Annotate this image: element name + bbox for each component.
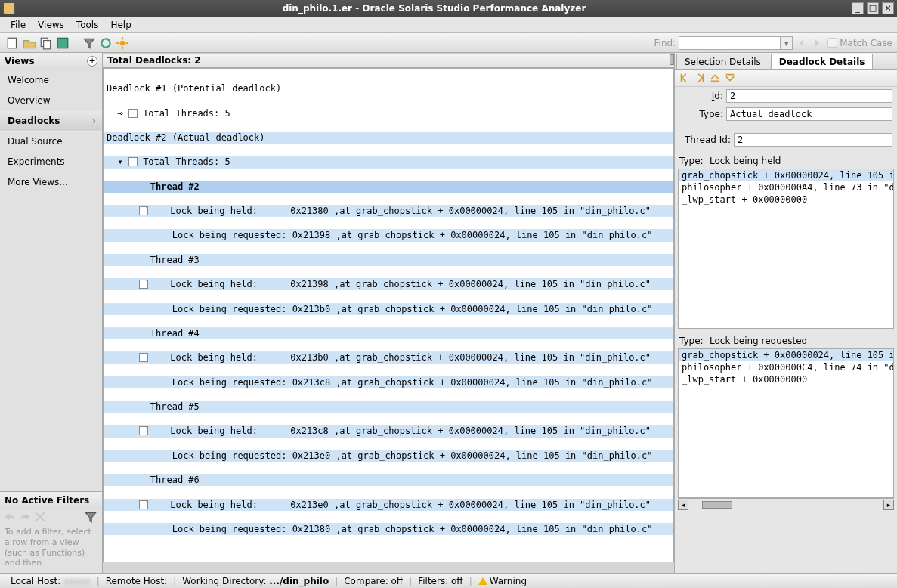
- deadlock-2-threads[interactable]: ▾ Total Threads: 5: [104, 156, 673, 168]
- sidebar-item-deadlocks[interactable]: Deadlocks: [0, 111, 102, 132]
- status-compare: Compare: off: [338, 576, 409, 586]
- held-type-value: Lock being held: [710, 156, 781, 166]
- sidebar-item-overview[interactable]: Overview: [0, 91, 102, 111]
- deadlock-2-title[interactable]: Deadlock #2 (Actual deadlock): [104, 132, 673, 144]
- deadlock-1-threads[interactable]: ⊸ Total Threads: 5: [104, 107, 673, 119]
- type-label: Type:: [679, 109, 726, 119]
- id-value: 2: [726, 89, 892, 103]
- find-dropdown-button[interactable]: ▾: [781, 36, 793, 50]
- stack-row[interactable]: _lwp_start + 0x00000000: [679, 373, 893, 385]
- find-prev-icon[interactable]: [796, 37, 808, 49]
- tree-row[interactable]: Lock being requested: 0x213b0 ,at grab_c…: [104, 303, 673, 315]
- status-warning[interactable]: Warning: [472, 576, 533, 586]
- nav-down-icon[interactable]: [725, 73, 735, 83]
- window-titlebar: din_philo.1.er - Oracle Solaris Studio P…: [0, 0, 897, 17]
- match-case-checkbox[interactable]: Match Case: [827, 38, 892, 48]
- tree-thread-4[interactable]: Thread #4: [104, 327, 673, 339]
- filter-icon[interactable]: [82, 36, 96, 50]
- tree-thread-6[interactable]: Thread #6: [104, 474, 673, 486]
- nav-prev-icon[interactable]: [679, 73, 690, 83]
- thread-id-value: 2: [734, 133, 892, 147]
- menu-file[interactable]: File: [5, 18, 32, 32]
- tree-row[interactable]: Lock being requested: 0x21380 ,at grab_c…: [104, 523, 673, 535]
- find-next-icon[interactable]: [811, 37, 823, 49]
- find-label: Find:: [654, 38, 679, 48]
- stack-row[interactable]: grab_chopstick + 0x00000024, line 105 in: [679, 169, 893, 181]
- req-stack-list[interactable]: grab_chopstick + 0x00000024, line 105 in…: [678, 348, 894, 498]
- maximize-button[interactable]: □: [867, 2, 879, 14]
- undo-icon: [3, 510, 17, 524]
- req-type-value: Lock being requested: [710, 336, 807, 346]
- tab-deadlock-details[interactable]: Deadlock Details: [771, 54, 874, 69]
- svg-rect-3: [57, 38, 68, 48]
- stack-row[interactable]: philosopher + 0x000000A4, line 73 in "di: [679, 181, 893, 193]
- minimize-button[interactable]: _: [852, 2, 864, 14]
- status-filters: Filters: off: [412, 576, 469, 586]
- sidebar-item-welcome[interactable]: Welcome: [0, 70, 102, 91]
- filter-funnel-icon[interactable]: [84, 510, 97, 524]
- save-icon[interactable]: [56, 36, 70, 50]
- detail-hscrollbar[interactable]: ◂ ▸: [678, 498, 894, 510]
- views-header: Views +: [0, 53, 102, 70]
- app-icon: [3, 2, 15, 14]
- details-tabs: Selection Details Deadlock Details: [675, 53, 897, 70]
- scroll-right-icon[interactable]: ▸: [883, 500, 894, 510]
- refresh-icon[interactable]: [99, 36, 113, 50]
- tab-selection-details[interactable]: Selection Details: [676, 54, 769, 69]
- menu-tools[interactable]: Tools: [70, 18, 105, 32]
- type-value: Actual deadlock: [726, 107, 892, 121]
- toolbar: Find: ▾ Match Case: [0, 33, 897, 53]
- tree-row[interactable]: Lock being requested: 0x213c8 ,at grab_c…: [104, 376, 673, 388]
- tree-thread-2[interactable]: Thread #2: [104, 181, 673, 193]
- tree-row[interactable]: Lock being held: 0x213e0 ,at grab_chopst…: [104, 499, 673, 511]
- redo-icon: [18, 510, 32, 524]
- nav-up-icon[interactable]: [710, 73, 720, 83]
- no-filters-header: No Active Filters: [0, 491, 102, 509]
- tree-row[interactable]: Lock being held: 0x21398 ,at grab_chopst…: [104, 278, 673, 290]
- tree-row[interactable]: Lock being held: 0x213c8 ,at grab_chopst…: [104, 425, 673, 437]
- status-remote-host: Remote Host:: [100, 576, 173, 586]
- stack-row[interactable]: philosopher + 0x000000C4, line 74 in "di: [679, 361, 893, 373]
- gear-icon[interactable]: [116, 36, 129, 50]
- sidebar-item-more-views[interactable]: More Views...: [0, 172, 102, 193]
- scroll-thumb[interactable]: [702, 501, 732, 509]
- deadlocks-summary-header: Total Deadlocks: 2: [103, 53, 674, 68]
- tree-row[interactable]: Lock being requested: 0x21398 ,at grab_c…: [104, 229, 673, 241]
- menu-help[interactable]: Help: [104, 18, 137, 32]
- menubar: File Views Tools Help: [0, 17, 897, 33]
- menu-views[interactable]: Views: [32, 18, 70, 32]
- sidebar-item-dual-source[interactable]: Dual Source: [0, 132, 102, 152]
- stack-row[interactable]: _lwp_start + 0x00000000: [679, 193, 893, 206]
- open-icon[interactable]: [23, 36, 36, 50]
- scroll-left-icon[interactable]: ◂: [678, 500, 688, 510]
- id-label: Id:: [679, 91, 726, 101]
- tree-thread-5[interactable]: Thread #5: [104, 401, 673, 413]
- deadlock-1-title[interactable]: Deadlock #1 (Potential deadlock): [104, 82, 673, 94]
- filter-toolbar: [0, 509, 102, 525]
- svg-point-5: [120, 40, 125, 45]
- thread-id-label: Thread Id:: [679, 135, 734, 145]
- delete-filter-icon: [33, 510, 47, 524]
- nav-next-icon[interactable]: [694, 73, 705, 83]
- vertical-splitter[interactable]: [670, 53, 674, 573]
- sidebar-item-experiments[interactable]: Experiments: [0, 152, 102, 172]
- tree-row[interactable]: Lock being requested: 0x213e0 ,at grab_c…: [104, 450, 673, 462]
- close-button[interactable]: ×: [882, 2, 894, 14]
- tree-row[interactable]: Lock being held: 0x21380 ,at grab_chopst…: [104, 205, 673, 217]
- deadlocks-view: Total Deadlocks: 2 Deadlock #1 (Potentia…: [103, 53, 675, 573]
- detail-nav: [675, 70, 897, 87]
- deadlocks-tree[interactable]: Deadlock #1 (Potential deadlock) ⊸ Total…: [104, 69, 673, 562]
- views-sidebar: Views + Welcome Overview Deadlocks Dual …: [0, 53, 103, 573]
- svg-rect-2: [44, 40, 51, 48]
- new-icon[interactable]: [6, 36, 20, 50]
- find-input[interactable]: [679, 36, 781, 50]
- stack-row[interactable]: grab_chopstick + 0x00000024, line 105 in: [679, 349, 893, 361]
- tree-row[interactable]: Lock being held: 0x213b0 ,at grab_chopst…: [104, 351, 673, 364]
- tree-thread-3[interactable]: Thread #3: [104, 254, 673, 266]
- window-title: din_philo.1.er - Oracle Solaris Studio P…: [20, 3, 849, 14]
- held-stack-list[interactable]: grab_chopstick + 0x00000024, line 105 in…: [678, 169, 894, 329]
- copy-icon[interactable]: [39, 36, 53, 50]
- add-view-button[interactable]: +: [87, 56, 97, 67]
- svg-rect-0: [8, 38, 16, 48]
- details-pane: Selection Details Deadlock Details Id: 2…: [675, 53, 897, 573]
